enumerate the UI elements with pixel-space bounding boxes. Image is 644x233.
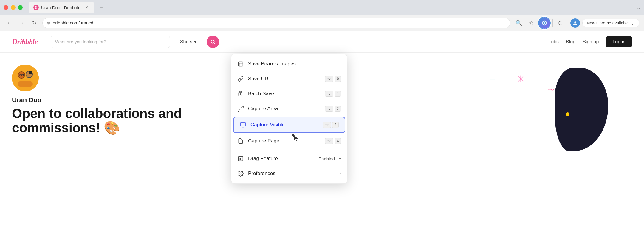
- shots-dropdown[interactable]: Shots ▾: [177, 37, 199, 46]
- tab-expand-button[interactable]: ⌄: [637, 5, 640, 10]
- svg-point-4: [12, 65, 39, 91]
- svg-point-27: [240, 173, 242, 174]
- dropdown-overlay: Save Board's images Save URL ⌥ 0: [231, 54, 347, 184]
- page-icon: [237, 138, 244, 144]
- preferences-label: Preferences: [248, 171, 335, 177]
- batch-icon: [237, 91, 244, 97]
- search-placeholder: What are you looking for?: [55, 39, 106, 44]
- new-chrome-button[interactable]: New Chrome available ⋮: [582, 19, 639, 27]
- svg-point-12: [29, 71, 32, 74]
- menu-item-capture-page[interactable]: Capture Page ⌥ 4: [231, 134, 347, 148]
- shots-label: Shots: [180, 39, 192, 45]
- menu-item-batch-save[interactable]: Batch Save ⌥ 1: [231, 86, 347, 101]
- svg-rect-14: [239, 62, 243, 66]
- menu-item-drag-feature[interactable]: Drag Feature Enabled ▾: [231, 151, 347, 166]
- capture-page-shortcut: ⌥ 4: [325, 138, 341, 144]
- batch-save-shortcut: ⌥ 1: [325, 91, 341, 97]
- url-text: dribbble.com/urancd: [53, 20, 93, 25]
- tab-close-button[interactable]: ✕: [84, 5, 89, 10]
- search-bar[interactable]: What are you looking for?: [51, 36, 170, 48]
- menu-divider: [231, 150, 347, 150]
- jobs-nav-item[interactable]: …obs: [546, 39, 559, 45]
- tab-favicon: D: [33, 5, 39, 10]
- new-chrome-label: New Chrome available: [587, 21, 629, 25]
- profile-button[interactable]: [570, 18, 580, 28]
- tab-title: Uran Duo | Dribbble: [41, 5, 80, 10]
- drag-feature-status: Enabled: [318, 156, 335, 161]
- traffic-lights: [4, 5, 23, 10]
- capture-visible-shortcut: ⌥ 3: [323, 122, 339, 128]
- monitor-icon: [240, 122, 246, 128]
- search-icon-button[interactable]: [207, 36, 219, 48]
- blog-nav-item[interactable]: Blog: [566, 39, 575, 45]
- save-url-label: Save URL: [248, 76, 321, 82]
- nav-bar: ← → ↻ ⊕ dribbble.com/urancd 🔍 ☆ ⬡: [0, 15, 644, 31]
- login-button[interactable]: Log in: [606, 36, 632, 47]
- header-nav: …obs Blog Sign up Log in: [546, 36, 632, 47]
- back-button[interactable]: ←: [5, 19, 14, 27]
- drag-feature-label: Drag Feature: [248, 156, 314, 162]
- signup-button[interactable]: Sign up: [583, 39, 599, 45]
- capture-area-label: Capture Area: [248, 106, 321, 112]
- shots-arrow-icon: ▾: [194, 39, 196, 45]
- svg-line-20: [242, 106, 244, 108]
- search-button[interactable]: 🔍: [514, 18, 524, 28]
- nav-divider2: [568, 19, 568, 27]
- decorative-elements: ✳ — 〜 —: [465, 68, 644, 187]
- refresh-button[interactable]: ↻: [30, 19, 39, 27]
- hero-tagline: Open to collaborations and commissions! …: [12, 106, 221, 135]
- menu-item-capture-area[interactable]: Capture Area ⌥ 2: [231, 101, 347, 116]
- svg-point-2: [211, 40, 214, 43]
- deco-star-1: ✳: [517, 73, 525, 85]
- address-bar[interactable]: ⊕ dribbble.com/urancd: [42, 18, 510, 28]
- browser-frame: D Uran Duo | Dribbble ✕ + ⌄ ← → ↻ ⊕ drib…: [0, 0, 644, 233]
- save-url-shortcut: ⌥ 0: [325, 76, 341, 82]
- dribbble-logo[interactable]: Dribbble: [12, 37, 38, 46]
- crop-icon: [237, 105, 244, 112]
- forward-button[interactable]: →: [17, 19, 26, 27]
- website-content: Dribbble What are you looking for? Shots…: [0, 31, 644, 233]
- bookmark-button[interactable]: ☆: [526, 18, 536, 28]
- nav-actions: 🔍 ☆ ⬡ New Chrome available ⋮: [514, 17, 639, 29]
- svg-line-3: [214, 43, 215, 44]
- tab-bar: D Uran Duo | Dribbble ✕ + ⌄: [0, 0, 644, 15]
- drag-feature-arrow: ▾: [339, 156, 341, 161]
- svg-rect-22: [241, 123, 246, 126]
- capture-visible-label: Capture Visible: [250, 122, 318, 128]
- minimize-window-button[interactable]: [11, 5, 16, 10]
- svg-point-1: [574, 21, 576, 23]
- dropdown-menu: Save Board's images Save URL ⌥ 0: [231, 54, 347, 184]
- deco-dot: [566, 112, 569, 116]
- save-board-label: Save Board's images: [248, 61, 341, 67]
- menu-item-save-url[interactable]: Save URL ⌥ 0: [231, 71, 347, 86]
- new-tab-button[interactable]: +: [97, 3, 106, 12]
- extension-capture-button[interactable]: [539, 17, 550, 29]
- menu-item-preferences[interactable]: Preferences ›: [231, 166, 347, 181]
- deco-blob: [555, 68, 608, 151]
- batch-save-label: Batch Save: [248, 91, 321, 97]
- board-icon: [237, 61, 244, 67]
- link-icon: [237, 76, 244, 82]
- drag-icon: [237, 155, 244, 162]
- svg-line-21: [238, 110, 240, 112]
- menu-item-capture-visible[interactable]: Capture Visible ⌥ 3: [233, 117, 345, 133]
- close-window-button[interactable]: [4, 5, 8, 10]
- nav-divider: [552, 19, 553, 27]
- deco-squiggle: 〜: [548, 85, 555, 94]
- deco-line: —: [490, 76, 495, 83]
- security-icon: ⊕: [47, 21, 50, 25]
- chrome-menu-icon: ⋮: [631, 21, 635, 25]
- extensions-button[interactable]: ⬡: [555, 18, 565, 28]
- dribbble-header: Dribbble What are you looking for? Shots…: [0, 31, 644, 53]
- capture-page-label: Capture Page: [248, 138, 321, 144]
- menu-item-save-board[interactable]: Save Board's images: [231, 56, 347, 71]
- preferences-arrow: ›: [340, 171, 341, 176]
- svg-rect-13: [18, 81, 33, 87]
- user-avatar: [12, 65, 39, 91]
- capture-area-shortcut: ⌥ 2: [325, 106, 341, 112]
- maximize-window-button[interactable]: [18, 5, 23, 10]
- active-tab[interactable]: D Uran Duo | Dribbble ✕: [29, 2, 94, 13]
- gear-icon: [237, 170, 244, 177]
